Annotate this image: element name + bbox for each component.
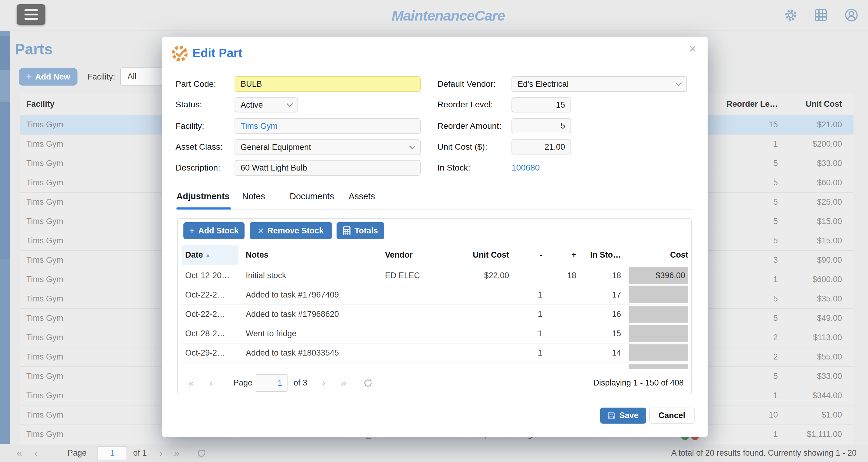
part-code-input[interactable]: [235, 76, 421, 92]
prev-page-button[interactable]: ‹: [210, 372, 213, 394]
prev-page-button[interactable]: ‹: [34, 444, 37, 462]
results-summary: A total of 20 results found. Currently s…: [671, 444, 857, 462]
page-number-input[interactable]: [97, 446, 127, 460]
top-bar: MaintenanceCare: [0, 0, 868, 31]
status-select[interactable]: Active: [235, 97, 298, 112]
adjustment-row[interactable]: Oct-28-2… Went to fridge 1 15: [178, 324, 691, 343]
cost-cell: $396.00: [629, 267, 688, 284]
account-person-icon[interactable]: [844, 8, 859, 22]
close-icon[interactable]: ×: [689, 42, 696, 56]
hamburger-icon: [25, 9, 38, 11]
x-icon: ×: [258, 225, 264, 236]
part-code-label: Part Code:: [176, 78, 216, 90]
sort-ascending-icon: ▲: [206, 252, 211, 258]
reorder-level-input[interactable]: [512, 97, 571, 112]
adjustment-row[interactable]: Oct-12-20… Initial stock ED ELEC $22.00 …: [178, 266, 691, 285]
modal-title: Edit Part: [192, 46, 242, 60]
sidebar-segment: [0, 259, 10, 462]
column-header-date[interactable]: Date▲: [185, 245, 237, 265]
last-page-button[interactable]: »: [174, 444, 180, 462]
asset-class-select[interactable]: General Equipment: [235, 139, 421, 155]
calculator-icon: [343, 226, 351, 235]
unit-cost-label: Unit Cost ($):: [437, 141, 487, 153]
tab-adjustments[interactable]: Adjustments: [177, 191, 230, 201]
description-input[interactable]: [235, 160, 421, 176]
column-header-facility[interactable]: Facility: [26, 93, 55, 115]
chevron-down-icon: [287, 100, 293, 107]
plus-icon: +: [26, 71, 31, 82]
hamburger-menu-button[interactable]: [17, 4, 45, 25]
adjustment-row[interactable]: Oct-22-2… Added to task #17968620 1 16: [178, 304, 691, 324]
default-vendor-select[interactable]: Ed's Electrical: [512, 76, 687, 92]
adjustment-row[interactable]: Oct-29-2… Added to task #18033545 1 14: [178, 343, 691, 363]
facility-link[interactable]: Tims Gym: [241, 122, 278, 131]
chevron-down-icon: [676, 79, 682, 86]
last-page-button[interactable]: »: [341, 372, 346, 394]
column-header-vendor[interactable]: Vendor: [385, 245, 436, 265]
description-label: Description:: [176, 162, 220, 174]
reorder-level-label: Reorder Level:: [437, 99, 493, 111]
next-page-button[interactable]: ›: [322, 372, 326, 394]
page-label: Page: [234, 372, 252, 394]
page-pagination-bar: « ‹ Page of 1 › » A total of 20 results …: [0, 444, 868, 462]
add-stock-button[interactable]: + Add Stock: [183, 222, 245, 239]
chevron-down-icon: [409, 143, 415, 149]
save-button[interactable]: Save: [600, 407, 646, 424]
collapsed-sidebar[interactable]: [0, 0, 10, 462]
tab-notes[interactable]: Notes: [242, 191, 265, 201]
sidebar-segment: [0, 70, 10, 102]
refresh-icon[interactable]: [363, 378, 373, 388]
column-header-unit-cost[interactable]: Unit Cost: [763, 93, 842, 115]
column-header-cost[interactable]: Cost: [629, 245, 688, 265]
refresh-icon[interactable]: [196, 448, 207, 458]
in-stock-value-link[interactable]: 100680: [512, 162, 539, 174]
displaying-summary: Displaying 1 - 150 of 408: [593, 372, 684, 394]
plus-icon: +: [189, 226, 195, 236]
column-header-plus[interactable]: +: [546, 245, 576, 265]
column-header-in-stock[interactable]: In Sto…: [579, 245, 621, 265]
page-title: Parts: [15, 40, 53, 58]
apps-grid-icon[interactable]: [813, 8, 828, 22]
page-of-label: of 1: [133, 444, 147, 462]
remove-stock-button[interactable]: × Remove Stock: [250, 222, 332, 239]
next-page-button[interactable]: ›: [159, 444, 163, 462]
in-stock-label: In Stock:: [437, 162, 470, 174]
totals-button[interactable]: Totals: [337, 222, 384, 239]
column-header-unit-cost[interactable]: Unit Cost: [438, 245, 509, 265]
add-new-label: Add New: [35, 72, 70, 81]
adjustments-pagination: « ‹ Page of 3 › » Displaying 1 - 150 of …: [178, 372, 691, 394]
tab-documents[interactable]: Documents: [290, 191, 334, 201]
first-page-button[interactable]: «: [17, 444, 22, 462]
settings-gear-icon[interactable]: [783, 8, 798, 22]
reorder-amount-input[interactable]: [512, 118, 571, 133]
cancel-button[interactable]: Cancel: [649, 407, 694, 424]
tab-assets[interactable]: Assets: [349, 191, 375, 201]
column-header-notes[interactable]: Notes: [246, 245, 379, 265]
facility-field: Tims Gym: [235, 118, 421, 134]
adjustments-panel: + Add Stock × Remove Stock Totals Date▲ …: [177, 218, 692, 394]
first-page-button[interactable]: «: [188, 372, 194, 394]
active-tab-underline: [177, 207, 231, 209]
cost-cell: [629, 325, 688, 342]
facility-filter-label: Facility:: [88, 68, 115, 86]
app-logo: MaintenanceCare: [392, 7, 505, 24]
cost-cell: [629, 306, 688, 323]
unit-cost-input[interactable]: [512, 139, 571, 155]
status-label: Status:: [176, 99, 202, 111]
cost-cell: [629, 286, 688, 303]
asset-class-label: Asset Class:: [176, 141, 223, 153]
column-header-minus[interactable]: -: [512, 245, 542, 265]
reorder-amount-label: Reorder Amount:: [437, 120, 501, 132]
edit-part-gear-check-icon: [171, 44, 189, 63]
add-new-button[interactable]: + Add New: [19, 68, 78, 86]
edit-part-modal: Edit Part × Part Code: Status: Active Fa…: [162, 37, 708, 437]
save-floppy-icon: [608, 412, 616, 420]
adjustment-row[interactable]: Oct-22-2… Added to task #17967409 1 17: [178, 285, 691, 304]
partial-cost-cell: [629, 364, 688, 369]
facility-label: Facility:: [176, 120, 204, 132]
pagination-divider: [178, 371, 691, 371]
page-number-input[interactable]: [256, 374, 287, 392]
adjustments-table-header: Date▲ Notes Vendor Unit Cost - + In Sto……: [178, 245, 691, 265]
cost-cell: [629, 344, 688, 361]
tab-divider: [177, 209, 692, 209]
